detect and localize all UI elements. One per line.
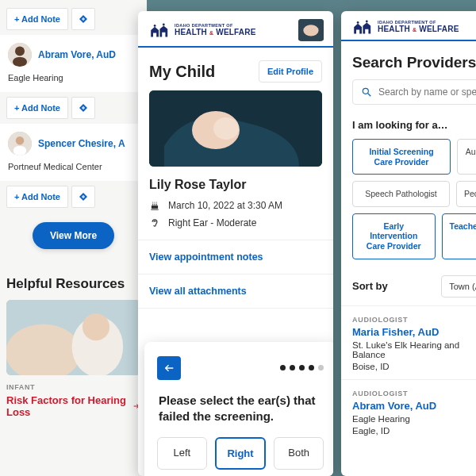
result-org: St. Luke's Elk Hearing and Balance <box>352 340 476 359</box>
svg-point-16 <box>213 117 239 140</box>
result-name: Abram Vore, AuD <box>352 400 476 412</box>
add-action-button[interactable] <box>71 186 95 208</box>
view-attachments-link[interactable]: View all attachments <box>138 274 333 309</box>
child-photo <box>149 90 322 167</box>
birth-row: March 10, 2022 at 3:30 AM <box>138 197 333 214</box>
step-question: Please select the ear(s) that failed the… <box>159 393 322 425</box>
chip-speech-pathologist[interactable]: Speech Pathologist <box>352 181 450 207</box>
provider-name: Spencer Chesire, A <box>38 138 125 149</box>
result-org: Eagle Hearing <box>352 414 476 424</box>
chip-pediatrician[interactable]: Pedi <box>456 181 476 207</box>
page-title: My Child <box>149 63 215 81</box>
add-action-button[interactable] <box>71 97 95 119</box>
option-right[interactable]: Right <box>215 437 267 470</box>
search-icon <box>361 86 372 98</box>
result-specialty: AUDIOLOGIST <box>352 390 476 397</box>
add-note-button[interactable]: + Add Note <box>6 8 68 30</box>
diamond-plus-icon <box>79 192 88 202</box>
result-location: Boise, ID <box>352 362 476 371</box>
page-title: Search Providers <box>341 41 476 79</box>
svg-point-19 <box>363 88 368 94</box>
cake-icon <box>149 200 160 211</box>
option-both[interactable]: Both <box>274 437 324 470</box>
providers-panel: + Add Note Abram Vore, AuD Eagle Hearing… <box>0 0 147 476</box>
back-button[interactable] <box>157 356 181 380</box>
add-action-button[interactable] <box>71 8 95 30</box>
add-note-button[interactable]: + Add Note <box>6 97 68 119</box>
result-location: Eagle, ID <box>352 426 476 436</box>
provider-card[interactable]: Spencer Chesire, A Portneuf Medical Cent… <box>0 124 147 181</box>
svg-line-20 <box>368 94 371 97</box>
result-name: Maria Fisher, AuD <box>352 326 476 338</box>
sort-label: Sort by <box>352 280 388 292</box>
view-appointment-notes-link[interactable]: View appointment notes <box>138 240 333 274</box>
my-child-panel: IDAHO DEPARTMENT OF HEALTH & WELFARE My … <box>138 11 333 476</box>
search-input[interactable] <box>378 86 476 98</box>
svg-point-17 <box>357 21 359 24</box>
resource-image <box>6 300 140 375</box>
brand-logo: IDAHO DEPARTMENT OF HEALTH & WELFARE <box>148 22 256 38</box>
svg-rect-2 <box>13 57 27 67</box>
resource-category: INFANT <box>6 383 140 391</box>
provider-org: Portneuf Medical Center <box>8 162 139 171</box>
brand-logo: IDAHO DEPARTMENT OF HEALTH & WELFARE <box>351 19 459 35</box>
add-note-button[interactable]: + Add Note <box>6 186 68 208</box>
helpful-resources-heading: Helpful Resources <box>6 276 139 292</box>
svg-point-1 <box>15 47 25 56</box>
resource-title: Risk Factors for Hearing Loss <box>6 394 140 418</box>
arrow-left-icon <box>163 362 175 374</box>
diamond-plus-icon <box>79 103 88 113</box>
step-indicator <box>280 365 324 370</box>
diamond-plus-icon <box>79 14 88 24</box>
avatar <box>8 43 32 67</box>
chip-teacher[interactable]: Teacher <box>442 213 477 259</box>
chip-audiologist[interactable]: Aud <box>457 139 476 175</box>
sort-select[interactable]: Town (A <box>441 275 476 298</box>
looking-for-label: I am looking for a… <box>341 105 476 139</box>
svg-point-4 <box>16 136 25 145</box>
profile-thumbnail[interactable] <box>298 19 324 41</box>
screening-step-card: Please select the ear(s) that failed the… <box>144 342 333 477</box>
search-providers-panel: IDAHO DEPARTMENT OF HEALTH & WELFARE Sea… <box>341 11 476 476</box>
provider-name: Abram Vore, AuD <box>38 49 116 60</box>
provider-result[interactable]: AUDIOLOGIST Abram Vore, AuD Eagle Hearin… <box>341 379 476 443</box>
svg-point-10 <box>154 25 156 27</box>
svg-rect-5 <box>13 146 27 155</box>
provider-result[interactable]: AUDIOLOGIST Maria Fisher, AuD St. Luke's… <box>341 305 476 379</box>
avatar <box>8 132 32 155</box>
chip-early-intervention[interactable]: Early Intervention Care Provider <box>352 213 436 259</box>
result-specialty: AUDIOLOGIST <box>352 316 476 324</box>
search-field[interactable] <box>352 79 476 105</box>
provider-card[interactable]: Abram Vore, AuD Eagle Hearing <box>0 35 147 92</box>
svg-point-9 <box>83 313 109 340</box>
child-name: Lily Rose Taylor <box>138 167 333 197</box>
ear-icon <box>149 217 160 228</box>
view-more-button[interactable]: View More <box>33 222 114 249</box>
ear-row: Right Ear - Moderate <box>138 214 333 232</box>
edit-profile-button[interactable]: Edit Profile <box>259 60 322 83</box>
option-left[interactable]: Left <box>157 437 207 470</box>
chip-initial-screening[interactable]: Initial Screening Care Provider <box>352 139 451 175</box>
resource-card[interactable]: INFANT Risk Factors for Hearing Loss <box>0 300 147 418</box>
svg-point-18 <box>366 21 368 23</box>
provider-org: Eagle Hearing <box>8 73 139 83</box>
svg-point-11 <box>163 24 165 26</box>
svg-point-13 <box>303 25 318 36</box>
